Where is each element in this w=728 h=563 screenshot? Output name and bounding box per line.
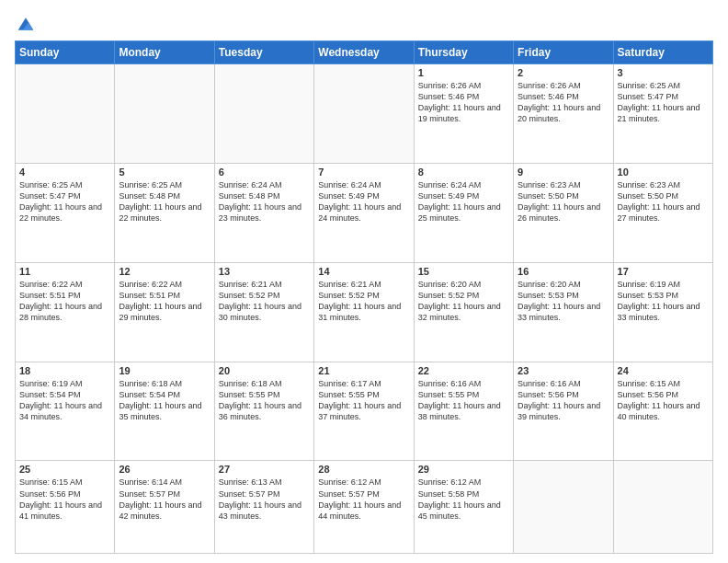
day-info: Sunrise: 6:26 AM Sunset: 5:46 PM Dayligh… (418, 80, 509, 125)
day-info: Sunrise: 6:24 AM Sunset: 5:48 PM Dayligh… (219, 179, 310, 224)
day-info: Sunrise: 6:16 AM Sunset: 5:55 PM Dayligh… (418, 378, 509, 423)
day-number: 17 (618, 266, 709, 277)
calendar-table: SundayMondayTuesdayWednesdayThursdayFrid… (15, 40, 713, 554)
day-number: 29 (418, 464, 509, 475)
calendar-cell: 17Sunrise: 6:19 AM Sunset: 5:53 PM Dayli… (613, 262, 712, 362)
day-info: Sunrise: 6:22 AM Sunset: 5:51 PM Dayligh… (19, 279, 110, 324)
day-info: Sunrise: 6:14 AM Sunset: 5:57 PM Dayligh… (119, 477, 210, 522)
day-info: Sunrise: 6:24 AM Sunset: 5:49 PM Dayligh… (418, 179, 509, 224)
calendar-week-4: 18Sunrise: 6:19 AM Sunset: 5:54 PM Dayli… (16, 362, 713, 461)
day-info: Sunrise: 6:19 AM Sunset: 5:54 PM Dayligh… (19, 378, 110, 423)
calendar-week-3: 11Sunrise: 6:22 AM Sunset: 5:51 PM Dayli… (16, 262, 713, 362)
day-number: 8 (418, 167, 509, 178)
calendar-cell (115, 64, 214, 164)
day-info: Sunrise: 6:19 AM Sunset: 5:53 PM Dayligh… (618, 279, 709, 324)
day-info: Sunrise: 6:17 AM Sunset: 5:55 PM Dayligh… (318, 378, 409, 423)
day-number: 4 (19, 167, 110, 178)
calendar-cell: 3Sunrise: 6:25 AM Sunset: 5:47 PM Daylig… (613, 64, 712, 164)
day-number: 23 (518, 365, 609, 376)
calendar-cell: 10Sunrise: 6:23 AM Sunset: 5:50 PM Dayli… (613, 163, 712, 262)
calendar-cell: 22Sunrise: 6:16 AM Sunset: 5:55 PM Dayli… (414, 362, 513, 461)
day-info: Sunrise: 6:12 AM Sunset: 5:58 PM Dayligh… (418, 477, 509, 522)
calendar-cell: 12Sunrise: 6:22 AM Sunset: 5:51 PM Dayli… (115, 262, 214, 362)
day-info: Sunrise: 6:25 AM Sunset: 5:47 PM Dayligh… (618, 80, 709, 125)
day-number: 16 (518, 266, 609, 277)
day-number: 14 (318, 266, 409, 277)
day-number: 12 (119, 266, 210, 277)
calendar-cell (514, 461, 613, 554)
day-number: 3 (618, 67, 709, 78)
day-number: 10 (618, 167, 709, 178)
day-number: 24 (618, 365, 709, 376)
day-header-tuesday: Tuesday (214, 41, 313, 64)
calendar-cell: 2Sunrise: 6:26 AM Sunset: 5:46 PM Daylig… (514, 64, 613, 164)
day-number: 20 (219, 365, 310, 376)
day-number: 9 (518, 167, 609, 178)
calendar-cell: 19Sunrise: 6:18 AM Sunset: 5:54 PM Dayli… (115, 362, 214, 461)
day-number: 2 (518, 67, 609, 78)
day-info: Sunrise: 6:21 AM Sunset: 5:52 PM Dayligh… (318, 279, 409, 324)
day-number: 26 (119, 464, 210, 475)
calendar-header-row: SundayMondayTuesdayWednesdayThursdayFrid… (16, 41, 713, 64)
day-header-thursday: Thursday (414, 41, 513, 64)
calendar-week-2: 4Sunrise: 6:25 AM Sunset: 5:47 PM Daylig… (16, 163, 713, 262)
calendar-cell: 1Sunrise: 6:26 AM Sunset: 5:46 PM Daylig… (414, 64, 513, 164)
calendar-cell: 11Sunrise: 6:22 AM Sunset: 5:51 PM Dayli… (16, 262, 115, 362)
calendar-cell: 8Sunrise: 6:24 AM Sunset: 5:49 PM Daylig… (414, 163, 513, 262)
day-number: 15 (418, 266, 509, 277)
calendar-cell: 16Sunrise: 6:20 AM Sunset: 5:53 PM Dayli… (514, 262, 613, 362)
calendar-cell: 29Sunrise: 6:12 AM Sunset: 5:58 PM Dayli… (414, 461, 513, 554)
day-info: Sunrise: 6:20 AM Sunset: 5:53 PM Dayligh… (518, 279, 609, 324)
day-number: 19 (119, 365, 210, 376)
calendar-cell: 26Sunrise: 6:14 AM Sunset: 5:57 PM Dayli… (115, 461, 214, 554)
day-info: Sunrise: 6:15 AM Sunset: 5:56 PM Dayligh… (618, 378, 709, 423)
calendar-cell: 27Sunrise: 6:13 AM Sunset: 5:57 PM Dayli… (214, 461, 313, 554)
day-info: Sunrise: 6:24 AM Sunset: 5:49 PM Dayligh… (318, 179, 409, 224)
day-header-sunday: Sunday (16, 41, 115, 64)
day-info: Sunrise: 6:25 AM Sunset: 5:47 PM Dayligh… (19, 179, 110, 224)
logo-text (15, 15, 35, 33)
calendar-cell: 20Sunrise: 6:18 AM Sunset: 5:55 PM Dayli… (214, 362, 313, 461)
day-info: Sunrise: 6:23 AM Sunset: 5:50 PM Dayligh… (618, 179, 709, 224)
page: SundayMondayTuesdayWednesdayThursdayFrid… (0, 0, 728, 563)
header (15, 15, 713, 33)
calendar-cell: 25Sunrise: 6:15 AM Sunset: 5:56 PM Dayli… (16, 461, 115, 554)
day-header-friday: Friday (514, 41, 613, 64)
day-number: 5 (119, 167, 210, 178)
day-number: 21 (318, 365, 409, 376)
day-header-monday: Monday (115, 41, 214, 64)
day-number: 25 (19, 464, 110, 475)
day-info: Sunrise: 6:18 AM Sunset: 5:54 PM Dayligh… (119, 378, 210, 423)
calendar-cell: 9Sunrise: 6:23 AM Sunset: 5:50 PM Daylig… (514, 163, 613, 262)
day-number: 7 (318, 167, 409, 178)
day-number: 6 (219, 167, 310, 178)
day-number: 11 (19, 266, 110, 277)
logo (15, 15, 35, 33)
calendar-cell: 18Sunrise: 6:19 AM Sunset: 5:54 PM Dayli… (16, 362, 115, 461)
calendar-cell: 5Sunrise: 6:25 AM Sunset: 5:48 PM Daylig… (115, 163, 214, 262)
day-info: Sunrise: 6:15 AM Sunset: 5:56 PM Dayligh… (19, 477, 110, 522)
calendar-cell: 21Sunrise: 6:17 AM Sunset: 5:55 PM Dayli… (314, 362, 414, 461)
calendar-cell: 4Sunrise: 6:25 AM Sunset: 5:47 PM Daylig… (16, 163, 115, 262)
day-number: 13 (219, 266, 310, 277)
calendar-cell (613, 461, 712, 554)
day-header-wednesday: Wednesday (314, 41, 414, 64)
day-info: Sunrise: 6:25 AM Sunset: 5:48 PM Dayligh… (119, 179, 210, 224)
day-info: Sunrise: 6:20 AM Sunset: 5:52 PM Dayligh… (418, 279, 509, 324)
day-info: Sunrise: 6:18 AM Sunset: 5:55 PM Dayligh… (219, 378, 310, 423)
calendar-cell (314, 64, 414, 164)
day-info: Sunrise: 6:21 AM Sunset: 5:52 PM Dayligh… (219, 279, 310, 324)
day-info: Sunrise: 6:12 AM Sunset: 5:57 PM Dayligh… (318, 477, 409, 522)
calendar-cell: 7Sunrise: 6:24 AM Sunset: 5:49 PM Daylig… (314, 163, 414, 262)
day-number: 27 (219, 464, 310, 475)
day-number: 28 (318, 464, 409, 475)
calendar-cell: 6Sunrise: 6:24 AM Sunset: 5:48 PM Daylig… (214, 163, 313, 262)
calendar-week-5: 25Sunrise: 6:15 AM Sunset: 5:56 PM Dayli… (16, 461, 713, 554)
calendar-cell: 15Sunrise: 6:20 AM Sunset: 5:52 PM Dayli… (414, 262, 513, 362)
day-number: 1 (418, 67, 509, 78)
calendar-cell (16, 64, 115, 164)
calendar-cell: 28Sunrise: 6:12 AM Sunset: 5:57 PM Dayli… (314, 461, 414, 554)
day-info: Sunrise: 6:13 AM Sunset: 5:57 PM Dayligh… (219, 477, 310, 522)
day-info: Sunrise: 6:23 AM Sunset: 5:50 PM Dayligh… (518, 179, 609, 224)
calendar-cell (214, 64, 313, 164)
